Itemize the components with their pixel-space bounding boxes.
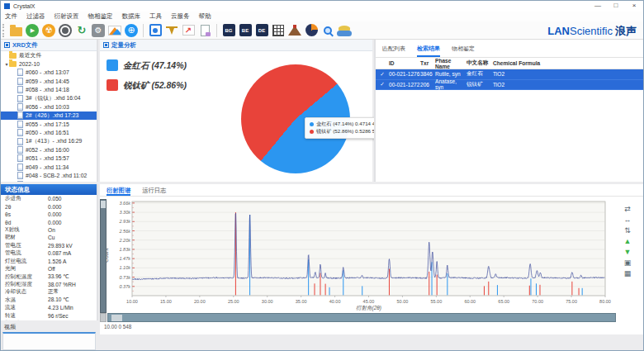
quadrant-icon[interactable] — [304, 23, 319, 37]
menu-item-8[interactable]: 帮助 — [199, 12, 211, 21]
tree-item-15[interactable]: #048 - SCB-2 .xhd 11:02 — [1, 171, 97, 179]
shutter-icon[interactable] — [58, 23, 73, 37]
status-row-14: 水温28.10 ℃ — [1, 296, 97, 304]
toolbar-grip[interactable] — [2, 24, 6, 37]
col-header: 中文名称 — [466, 59, 493, 67]
status-label: 流速 — [5, 304, 48, 311]
file-icon — [17, 103, 23, 111]
menu-item-5[interactable]: 数据库 — [122, 12, 141, 21]
fit-view-icon[interactable]: ▣ — [624, 258, 632, 268]
zoom-horizontal-icon[interactable]: ↔ — [624, 215, 632, 225]
row-cell: TiO2 — [493, 82, 644, 88]
svg-text:0.37k: 0.37k — [120, 284, 131, 289]
tree-item-label: #052 - .xhd 16:00 — [26, 147, 69, 153]
status-label: 靶材 — [5, 234, 48, 241]
tree-item-9[interactable]: #055 - .xhd 17:15 — [1, 120, 97, 128]
toolbar-separator — [216, 24, 217, 37]
menu-item-2[interactable]: 过滤器 — [26, 12, 45, 21]
lattice-icon[interactable] — [271, 23, 286, 37]
close-button[interactable]: × — [625, 1, 643, 11]
vertical-slider-handle[interactable] — [101, 201, 106, 208]
results-tab-2[interactable]: 检索结果 — [417, 45, 440, 57]
svg-text:55.00: 55.00 — [430, 299, 442, 304]
trend-icon[interactable]: ↗ — [181, 23, 196, 37]
tree-item-4[interactable]: #059 - .xhd 14:45 — [1, 77, 97, 85]
tree-item-13[interactable]: #051 - .xhd 15:57 — [1, 154, 97, 163]
grid-view-icon[interactable]: ▦ — [624, 268, 632, 279]
pan-vertical-icon[interactable]: ⇅ — [624, 225, 631, 236]
vertical-range-slider[interactable] — [100, 199, 107, 313]
results-table: IDTxrPhase Name中文名称Chemical Formula✓00-0… — [376, 58, 644, 90]
results-tab-1[interactable]: 匹配列表 — [382, 45, 405, 57]
tree-item-3[interactable]: #060 - .xhd 13:07 — [1, 69, 97, 77]
radiation-icon[interactable]: ☢ — [41, 23, 56, 37]
col-header: Txr — [420, 60, 435, 66]
tree-item-8[interactable]: 2#（426）.xhd 17:23 — [1, 111, 97, 120]
play-icon[interactable]: ▶ — [25, 23, 40, 37]
area-chart-icon[interactable] — [107, 23, 122, 37]
diffraction-tab-2[interactable]: 运行日志 — [142, 187, 166, 196]
svg-text:1.47k: 1.47k — [120, 256, 131, 261]
quant-title: 定量分析 — [111, 41, 136, 50]
target-icon[interactable]: ⊕ — [124, 23, 139, 37]
maximize-button[interactable]: □ — [607, 1, 625, 11]
slider-corner — [100, 313, 107, 322]
tree-item-12[interactable]: #052 - .xhd 16:00 — [1, 145, 97, 154]
pan-horizontal-icon[interactable]: ⇄ — [624, 204, 631, 215]
diffraction-chart[interactable]: 0.37k0.73k1.10k1.47k1.83k2.20k2.56k2.93k… — [100, 199, 644, 311]
open-folder-icon[interactable] — [8, 23, 23, 37]
chart-mini-toolbar: ⇄↔⇅▲▼▣▦ — [620, 204, 635, 279]
status-row-13: 冷却状态正常 — [1, 288, 97, 296]
status-value: 38.07 %RH — [48, 282, 76, 287]
scale-up-icon[interactable]: ▲ — [624, 236, 632, 247]
menu-item-3[interactable]: 衍射设置 — [54, 12, 79, 21]
tree-item-14[interactable]: #049 - .xhd 11:34 — [1, 163, 97, 171]
results-row-1[interactable]: ✓00-021-12763846Rutile, syn金红石TiO2 — [376, 69, 644, 80]
tree-item-1[interactable]: 最近文件 — [1, 51, 97, 59]
status-label: 光闸 — [5, 265, 48, 273]
row-cell: 00-021-1276 — [389, 71, 420, 77]
file-icon — [17, 172, 23, 179]
tree-item-7[interactable]: #056 - .xhd 10:03 — [1, 102, 97, 111]
results-row-2[interactable]: ✓00-021-1272206Anatase, syn锐钛矿TiO2 — [376, 80, 644, 91]
results-tab-3[interactable]: 物相鉴定 — [452, 45, 475, 57]
doc-bg-icon[interactable]: BG — [221, 23, 236, 37]
status-label: 控制柜湿度 — [5, 281, 48, 288]
horizontal-slider-handle[interactable] — [111, 315, 122, 321]
tree-item-11[interactable]: 1#（413）- .xhd 16:29 — [1, 137, 97, 145]
database-cloud-icon[interactable] — [337, 23, 352, 37]
tree-item-6[interactable]: 3#（锐钛）.xhd 16:04 — [1, 94, 97, 102]
tree-item-10[interactable]: #050 - .xhd 16:51 — [1, 129, 97, 137]
svg-text:15.00: 15.00 — [160, 299, 172, 304]
refresh-icon[interactable]: ↻ — [74, 23, 89, 37]
mountain-icon[interactable] — [287, 23, 302, 37]
menu-item-6[interactable]: 工具 — [149, 12, 162, 21]
scan-icon[interactable] — [148, 23, 163, 37]
svg-text:25.00: 25.00 — [228, 299, 239, 304]
doc-lock-icon[interactable] — [197, 23, 212, 37]
file-icon — [17, 146, 23, 154]
video-preview-box[interactable] — [2, 332, 96, 350]
tree-item-2[interactable]: ▾2022-10 — [1, 59, 97, 68]
doc-de-icon[interactable]: DE — [254, 23, 269, 37]
status-panel: 状态信息 步进角0.0502θ0.000θs0.000θd0.000X射线On靶… — [1, 184, 98, 320]
balance-scale-icon[interactable] — [164, 23, 179, 37]
tree-item-5[interactable]: #058 - .xhd 14:18 — [1, 86, 97, 94]
status-label: 管电流 — [5, 249, 48, 257]
quant-analysis-panel: 定量分析 金红石 (47.14%)锐钛矿 (52.86%) 金红石 (47.14… — [100, 40, 372, 182]
minimize-button[interactable]: — — [589, 1, 607, 11]
svg-text:45.00: 45.00 — [363, 299, 375, 304]
horizontal-range-slider[interactable] — [107, 313, 616, 322]
diffraction-tab-1[interactable]: 衍射图谱 — [107, 187, 130, 196]
doc-be-icon[interactable]: BE — [238, 23, 253, 37]
scale-down-icon[interactable]: ▼ — [624, 247, 632, 258]
settings-icon[interactable]: ⚙ — [91, 23, 106, 37]
tree-item-16[interactable]: #034 - SCB-2.xhd 10:52 — [1, 180, 97, 182]
file-icon — [17, 86, 23, 93]
menu-item-7[interactable]: 云服务 — [171, 12, 190, 21]
status-value: 33.96 ℃ — [48, 273, 69, 280]
col-header: ID — [389, 60, 420, 66]
menu-item-4[interactable]: 物相鉴定 — [88, 12, 113, 21]
search-icon[interactable] — [320, 23, 335, 37]
menu-item-1[interactable]: 文件 — [5, 12, 17, 21]
